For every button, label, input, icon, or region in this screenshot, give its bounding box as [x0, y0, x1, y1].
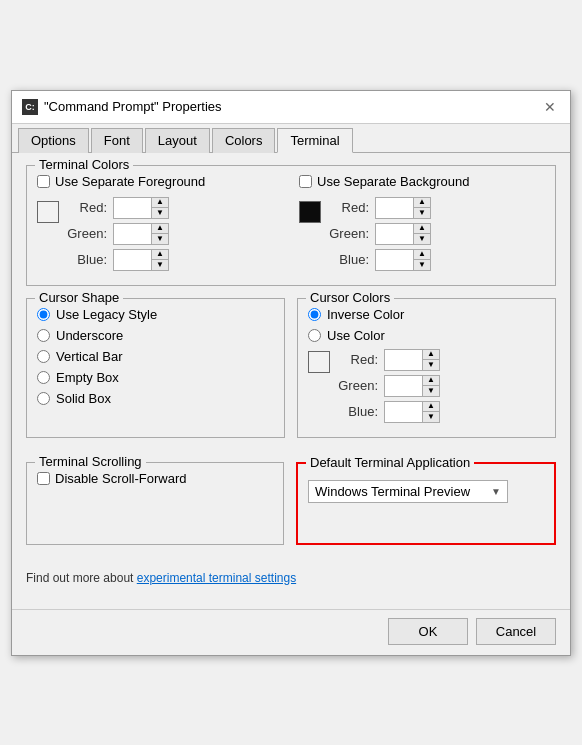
cc-red-down[interactable]: ▼	[423, 360, 439, 370]
fg-checkbox[interactable]	[37, 175, 50, 188]
fg-red-up[interactable]: ▲	[152, 198, 168, 208]
app-icon: C:	[22, 99, 38, 115]
bg-red-spinner-btns: ▲ ▼	[413, 197, 431, 219]
cc-blue-input[interactable]: 242	[384, 401, 422, 423]
cc-red-row: Red: 242 ▲ ▼	[338, 349, 440, 371]
dropdown-arrow-icon: ▼	[491, 486, 501, 497]
cursor-vertical-radio[interactable]	[37, 350, 50, 363]
cc-green-input[interactable]: 242	[384, 375, 422, 397]
default-terminal-select[interactable]: Windows Terminal Preview ▼	[308, 480, 508, 503]
default-terminal-group: Default Terminal Application Windows Ter…	[296, 462, 556, 545]
bottom-row: Terminal Scrolling Disable Scroll-Forwar…	[26, 462, 556, 557]
fg-red-down[interactable]: ▼	[152, 208, 168, 218]
fg-green-row: Green: 242 ▲ ▼	[67, 223, 169, 245]
cursor-usecolor-radio[interactable]	[308, 329, 321, 342]
fg-blue-spinner[interactable]: 242 ▲ ▼	[113, 249, 169, 271]
disable-scroll-row: Disable Scroll-Forward	[37, 471, 273, 486]
bg-red-up[interactable]: ▲	[414, 198, 430, 208]
bg-checkbox[interactable]	[299, 175, 312, 188]
fg-green-input[interactable]: 242	[113, 223, 151, 245]
cursor-inverse-radio[interactable]	[308, 308, 321, 321]
cursor-underscore-label: Underscore	[56, 328, 123, 343]
bg-green-spinner[interactable]: 12 ▲ ▼	[375, 223, 431, 245]
fg-green-up[interactable]: ▲	[152, 224, 168, 234]
terminal-colors-group: Terminal Colors Use Separate Foreground …	[26, 165, 556, 286]
cursor-legacy-radio[interactable]	[37, 308, 50, 321]
cc-green-down[interactable]: ▼	[423, 386, 439, 396]
cursor-color-preview[interactable]	[308, 351, 330, 373]
cursor-underscore-radio[interactable]	[37, 329, 50, 342]
tab-layout[interactable]: Layout	[145, 128, 210, 153]
dialog-title: "Command Prompt" Properties	[44, 99, 222, 114]
cursor-inverse-label: Inverse Color	[327, 307, 404, 322]
cc-blue-up[interactable]: ▲	[423, 402, 439, 412]
cursor-solid-radio[interactable]	[37, 392, 50, 405]
bg-blue-spinner[interactable]: 12 ▲ ▼	[375, 249, 431, 271]
scrolling-group: Terminal Scrolling Disable Scroll-Forwar…	[26, 462, 284, 545]
bg-red-input[interactable]: 12	[375, 197, 413, 219]
bg-blue-down[interactable]: ▼	[414, 260, 430, 270]
cc-red-label: Red:	[338, 352, 378, 367]
cursor-color-spinners: Red: 242 ▲ ▼ Green:	[338, 349, 440, 427]
title-bar-left: C: "Command Prompt" Properties	[22, 99, 222, 115]
cursor-shape-group: Cursor Shape Use Legacy Style Underscore…	[26, 298, 285, 438]
tab-options[interactable]: Options	[18, 128, 89, 153]
cc-green-spinner[interactable]: 242 ▲ ▼	[384, 375, 440, 397]
title-bar: C: "Command Prompt" Properties ✕	[12, 91, 570, 124]
terminal-colors-cols: Use Separate Foreground Red: 242 ▲	[37, 174, 545, 275]
bg-green-input[interactable]: 12	[375, 223, 413, 245]
bg-green-down[interactable]: ▼	[414, 234, 430, 244]
fg-checkbox-row: Use Separate Foreground	[37, 174, 283, 189]
tab-colors[interactable]: Colors	[212, 128, 276, 153]
bg-blue-input[interactable]: 12	[375, 249, 413, 271]
cursor-usecolor-label: Use Color	[327, 328, 385, 343]
cursor-shape-label: Cursor Shape	[35, 290, 123, 305]
close-button[interactable]: ✕	[540, 97, 560, 117]
cc-red-up[interactable]: ▲	[423, 350, 439, 360]
bg-red-down[interactable]: ▼	[414, 208, 430, 218]
tab-terminal[interactable]: Terminal	[277, 128, 352, 153]
bg-color-preview[interactable]	[299, 201, 321, 223]
bg-green-up[interactable]: ▲	[414, 224, 430, 234]
cursor-empty-radio[interactable]	[37, 371, 50, 384]
cursor-underscore-row: Underscore	[37, 328, 274, 343]
cursor-legacy-row: Use Legacy Style	[37, 307, 274, 322]
default-terminal-value: Windows Terminal Preview	[315, 484, 470, 499]
bg-green-row: Green: 12 ▲ ▼	[329, 223, 431, 245]
fg-red-row: Red: 242 ▲ ▼	[67, 197, 169, 219]
fg-green-down[interactable]: ▼	[152, 234, 168, 244]
tab-font[interactable]: Font	[91, 128, 143, 153]
cc-blue-spinner[interactable]: 242 ▲ ▼	[384, 401, 440, 423]
fg-color-preview[interactable]	[37, 201, 59, 223]
disable-scroll-label: Disable Scroll-Forward	[55, 471, 186, 486]
fg-blue-down[interactable]: ▼	[152, 260, 168, 270]
experimental-settings-link[interactable]: experimental terminal settings	[137, 571, 296, 585]
disable-scroll-checkbox[interactable]	[37, 472, 50, 485]
cc-red-input[interactable]: 242	[384, 349, 422, 371]
bg-red-label: Red:	[329, 200, 369, 215]
fg-red-input[interactable]: 242	[113, 197, 151, 219]
fg-blue-up[interactable]: ▲	[152, 250, 168, 260]
cc-blue-btns: ▲ ▼	[422, 401, 440, 423]
default-terminal-label: Default Terminal Application	[306, 455, 474, 470]
cc-blue-down[interactable]: ▼	[423, 412, 439, 422]
bg-red-row: Red: 12 ▲ ▼	[329, 197, 431, 219]
fg-label: Use Separate Foreground	[55, 174, 205, 189]
fg-blue-input[interactable]: 242	[113, 249, 151, 271]
find-more-row: Find out more about experimental termina…	[26, 567, 556, 589]
find-more-text: Find out more about	[26, 571, 137, 585]
cc-green-up[interactable]: ▲	[423, 376, 439, 386]
fg-red-label: Red:	[67, 200, 107, 215]
bg-green-label: Green:	[329, 226, 369, 241]
cursor-row: Cursor Shape Use Legacy Style Underscore…	[26, 298, 556, 450]
fg-green-spinner[interactable]: 242 ▲ ▼	[113, 223, 169, 245]
cancel-button[interactable]: Cancel	[476, 618, 556, 645]
fg-red-spinner[interactable]: 242 ▲ ▼	[113, 197, 169, 219]
cc-red-spinner[interactable]: 242 ▲ ▼	[384, 349, 440, 371]
bg-red-spinner[interactable]: 12 ▲ ▼	[375, 197, 431, 219]
ok-button[interactable]: OK	[388, 618, 468, 645]
tabs-bar: Options Font Layout Colors Terminal	[12, 124, 570, 153]
bg-blue-label: Blue:	[329, 252, 369, 267]
fg-red-spinner-btns: ▲ ▼	[151, 197, 169, 219]
bg-blue-up[interactable]: ▲	[414, 250, 430, 260]
